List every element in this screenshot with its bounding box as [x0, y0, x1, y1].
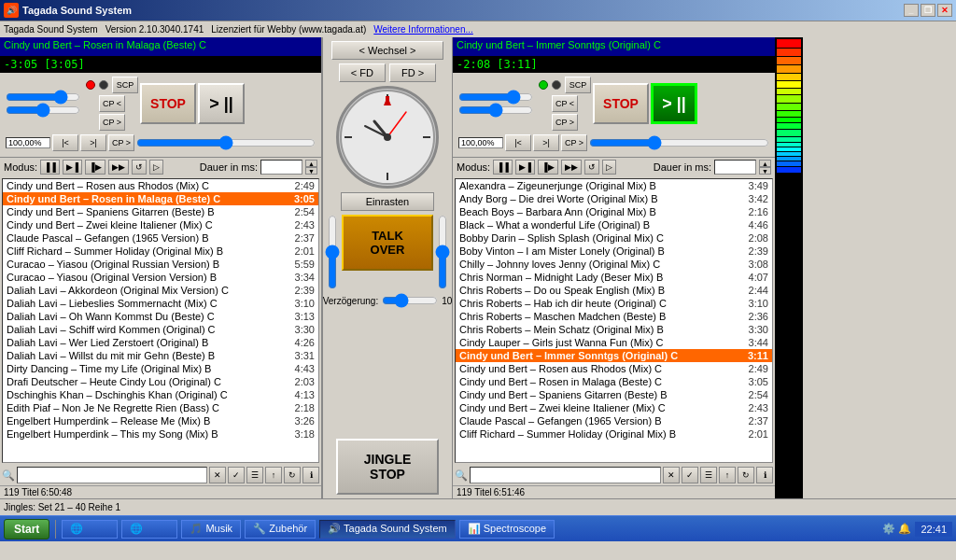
left-search-clear[interactable]: ✕	[209, 467, 226, 483]
taskbar-ie2[interactable]: 🌐	[121, 520, 177, 539]
left-cp-less-button[interactable]: CP <	[99, 95, 125, 112]
close-button[interactable]: ✕	[937, 4, 952, 17]
taskbar-zubehor[interactable]: 🔧 Zubehör	[245, 520, 316, 539]
track-item[interactable]: Chris Roberts – Hab ich dir heute (Origi…	[456, 297, 772, 310]
left-dauer-input[interactable]: 2500	[260, 160, 302, 175]
taskbar-ie[interactable]: 🌐	[62, 520, 118, 539]
track-item[interactable]: Cindy Lauper – Girls just Wanna Fun (Mix…	[456, 336, 772, 349]
left-btn-list[interactable]: ☰	[246, 467, 263, 483]
track-item[interactable]: Claude Pascal – Gefangen (1965 Version) …	[456, 414, 772, 427]
right-balance-slider[interactable]	[458, 105, 533, 116]
track-item[interactable]: Chris Roberts – Mein Schatz (Original Mi…	[456, 323, 772, 336]
verz-slider[interactable]	[382, 293, 438, 308]
track-item[interactable]: Daliah Lavi – Oh Wann Kommst Du (Beste) …	[3, 310, 318, 323]
track-item[interactable]: Chris Roberts – Maschen Madchen (Beste) …	[456, 310, 772, 323]
right-position-slider[interactable]	[589, 137, 769, 148]
left-position-slider[interactable]	[136, 137, 316, 148]
track-item[interactable]: Daliah Lavi – Willst du mit mir Gehn (Be…	[3, 349, 318, 362]
left-cp2-button[interactable]: CP >	[108, 134, 134, 151]
talk-over-slider2[interactable]	[435, 215, 450, 289]
right-scp-button[interactable]: SCP	[565, 77, 591, 93]
track-item[interactable]: Dirty Dancing – Time my Life (Original M…	[3, 362, 318, 375]
track-item[interactable]: Chris Roberts – Do ou Speak English (Mix…	[456, 284, 772, 297]
talk-over-button[interactable]: TALKOVER	[342, 215, 433, 271]
track-item[interactable]: Andy Borg – Die drei Worte (Original Mix…	[456, 192, 772, 205]
left-k-button[interactable]: |<	[52, 134, 78, 151]
right-modus-btn1[interactable]: ▐▐	[493, 160, 513, 175]
left-play-button[interactable]: > ||	[198, 83, 245, 124]
restore-button[interactable]: ❐	[921, 4, 935, 17]
left-scp-button[interactable]: SCP	[112, 77, 138, 93]
track-item[interactable]: Dschinghis Khan – Dschinghis Khan (Origi…	[3, 388, 318, 401]
taskbar-tagada[interactable]: 🔊 Tagada Sound System	[319, 520, 456, 539]
left-cp-button[interactable]: CP >	[99, 114, 125, 131]
taskbar-spectroscope[interactable]: 📊 Spectroscope	[459, 520, 555, 539]
left-dauer-down[interactable]: ▼	[305, 167, 317, 175]
right-cp-button[interactable]: CP >	[552, 114, 578, 131]
left-modus-btn4[interactable]: ▶▶	[108, 160, 129, 175]
talk-over-slider[interactable]	[325, 215, 340, 289]
fd-right-button[interactable]: FD >	[389, 63, 436, 82]
right-cp2-button[interactable]: CP >	[561, 134, 587, 151]
left-modus-btn2[interactable]: ▶▐	[63, 160, 82, 175]
fd-left-button[interactable]: < FD	[339, 63, 386, 82]
track-item[interactable]: Daliah Lavi – Akkordeon (Original Mix Ve…	[3, 284, 318, 297]
jingle-stop-button[interactable]: JINGLESTOP	[336, 439, 439, 495]
track-item[interactable]: Black – What a wonderful Life (Original)…	[456, 218, 772, 231]
left-search-input[interactable]: rosen	[17, 467, 207, 483]
left-track-list[interactable]: Cindy und Bert – Rosen aus Rhodos (Mix) …	[2, 178, 319, 463]
left-balance-slider[interactable]	[6, 105, 80, 116]
left-modus-btn1[interactable]: ▐▐	[40, 160, 60, 175]
right-btn-list[interactable]: ☰	[700, 467, 717, 483]
track-item[interactable]: Alexandra – Zigeunerjunge (Original Mix)…	[456, 179, 772, 192]
track-item[interactable]: Cindy und Bert – Rosen in Malaga (Beste)…	[456, 375, 772, 388]
right-modus-btn2[interactable]: ▶▐	[515, 160, 535, 175]
track-item[interactable]: Edith Piaf – Non Je Ne Regrette Rien (Ba…	[3, 401, 318, 414]
left-btn-refresh[interactable]: ↻	[284, 467, 301, 483]
track-item[interactable]: Engelbert Humperdink – This my Song (Mix…	[3, 427, 318, 441]
wechsel-button[interactable]: < Wechsel >	[331, 41, 443, 60]
right-k-button[interactable]: |<	[505, 134, 531, 151]
left-volume-slider[interactable]	[6, 91, 80, 103]
track-item[interactable]: Engelbert Humperdink – Release Me (Mix) …	[3, 414, 318, 427]
left-i-button[interactable]: >|	[80, 134, 106, 151]
right-volume-slider[interactable]	[458, 91, 533, 103]
track-item[interactable]: Curacao – Yiasou (Original Russian Versi…	[3, 258, 318, 271]
track-item[interactable]: Daliah Lavi – Liebeslies Sommernacht (Mi…	[3, 297, 318, 310]
track-item[interactable]: Daliah Lavi – Schiff wird Kommen (Origin…	[3, 323, 318, 336]
track-item[interactable]: Cindy und Bert – Zwei kleine Italiener (…	[3, 218, 318, 231]
right-btn-refresh[interactable]: ↻	[738, 467, 754, 483]
right-search-clear[interactable]: ✕	[663, 467, 680, 483]
track-item[interactable]: Bobby Darin – Splish Splash (Original Mi…	[456, 231, 772, 245]
track-item[interactable]: Cindy und Bert – Immer Sonntgs (Original…	[456, 349, 772, 362]
right-modus-btn5[interactable]: ↺	[584, 160, 599, 175]
left-dauer-up[interactable]: ▲	[305, 160, 317, 167]
minimize-button[interactable]: _	[904, 4, 919, 17]
right-dauer-up[interactable]: ▲	[759, 160, 771, 167]
track-item[interactable]: Drafi Deutscher – Heute Cindy Lou (Origi…	[3, 375, 318, 388]
taskbar-musik[interactable]: 🎵 Musik	[181, 520, 241, 539]
track-item[interactable]: Cliff Richard – Summer Holiday (Original…	[456, 427, 772, 441]
right-stop-button[interactable]: STOP	[593, 83, 649, 124]
left-stop-button[interactable]: STOP	[140, 83, 196, 124]
left-btn-add[interactable]: ↑	[265, 467, 282, 483]
more-info-link[interactable]: Weitere Informationen...	[373, 24, 473, 35]
right-cp-less-button[interactable]: CP <	[552, 95, 578, 112]
track-item[interactable]: Cindy und Bert – Rosen in Malaga (Beste)…	[3, 192, 318, 205]
einrasten-button[interactable]: Einrasten	[341, 192, 434, 211]
track-item[interactable]: Claude Pascal – Gefangen (1965 Version) …	[3, 231, 318, 245]
track-item[interactable]: Cindy und Bert – Rosen aus Rhodos (Mix) …	[456, 362, 772, 375]
left-modus-btn6[interactable]: ▷	[149, 160, 163, 175]
track-item[interactable]: Cindy und Bert – Zwei kleine Italiener (…	[456, 401, 772, 414]
right-btn-info[interactable]: ℹ	[756, 467, 773, 483]
track-item[interactable]: Daliah Lavi – Wer Lied Zerstoert (Origin…	[3, 336, 318, 349]
right-play-button[interactable]: > ||	[651, 83, 697, 124]
right-modus-btn4[interactable]: ▶▶	[561, 160, 582, 175]
track-item[interactable]: Beach Boys – Barbara Ann (Original Mix) …	[456, 205, 772, 218]
track-item[interactable]: Cindy und Bert – Spaniens Gitarren (Best…	[456, 388, 772, 401]
left-modus-btn5[interactable]: ↺	[132, 160, 147, 175]
track-item[interactable]: Cliff Richard – Summer Holiday (Original…	[3, 245, 318, 258]
left-modus-btn3[interactable]: ▐▶	[85, 160, 105, 175]
right-btn-add[interactable]: ↑	[719, 467, 736, 483]
right-search-btn1[interactable]: ✓	[682, 467, 698, 483]
